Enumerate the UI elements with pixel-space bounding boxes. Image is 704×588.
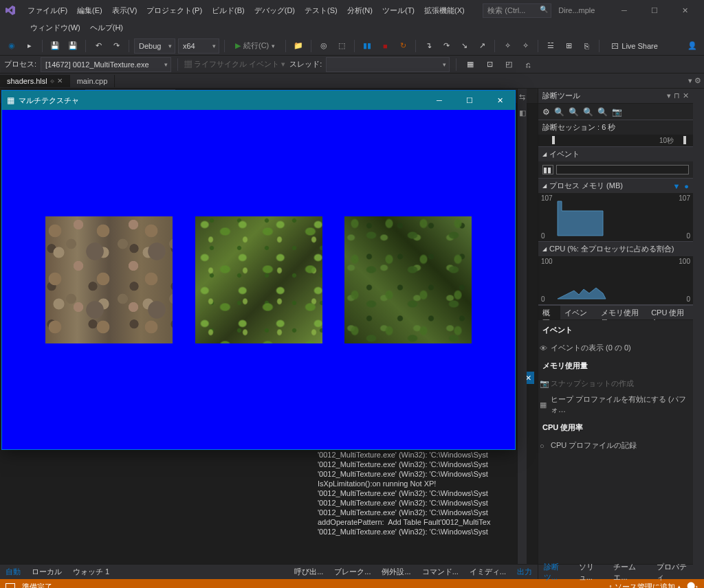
search-input[interactable]: 検索 (Ctrl... xyxy=(483,3,551,18)
pause-icon[interactable]: ▮▮ xyxy=(360,38,375,54)
diag-zoom-in-icon[interactable]: 🔍 xyxy=(554,107,564,117)
dbg-d-icon[interactable]: ⎌ xyxy=(520,57,536,72)
output-text[interactable]: '0012_MultiTexture.exe' (Win32): 'C:\Win… xyxy=(316,449,538,538)
dbg-c-icon[interactable]: ◰ xyxy=(501,57,516,72)
tool-b-icon[interactable]: ✧ xyxy=(518,38,533,54)
step-into-icon[interactable]: ↘ xyxy=(456,38,472,54)
tool-e-icon[interactable]: ⎘ xyxy=(579,38,594,54)
process-dropdown[interactable]: [14672] 0012_MultiTexture.exe xyxy=(41,57,171,72)
diag-tab-cpu[interactable]: CPU 使用率 xyxy=(647,306,693,319)
btab-callstack[interactable]: 呼び出... xyxy=(289,565,329,579)
diag-title[interactable]: 診断ツール ▾⊓✕ xyxy=(538,89,693,104)
maximize-button[interactable]: ☐ xyxy=(639,1,670,20)
btab-local[interactable]: ローカル xyxy=(26,565,67,579)
diag-zoom-out-icon[interactable]: 🔍 xyxy=(569,107,579,117)
config-dropdown[interactable]: Debug xyxy=(134,38,175,54)
diag-gear-icon[interactable]: ⚙ xyxy=(542,107,550,117)
btab-exc[interactable]: 例外設... xyxy=(376,565,416,579)
btab-cmd[interactable]: コマンド... xyxy=(417,565,464,579)
bdtab-diag[interactable]: 診断ツ... xyxy=(538,560,573,585)
diag-item-snapshot[interactable]: 📷スナップショットの作成 xyxy=(538,376,693,392)
continue-button[interactable]: ▶続行(C)▾ xyxy=(230,39,280,52)
dbg-a-icon[interactable]: ▦ xyxy=(463,57,478,72)
bdtab-sln[interactable]: ソリュ... xyxy=(573,560,608,585)
rw-close-button[interactable]: ✕ xyxy=(485,91,515,110)
nav-fwd-icon[interactable]: ▸ xyxy=(22,38,37,54)
diag-tab-summary[interactable]: 概要 xyxy=(538,306,560,319)
render-window-titlebar[interactable]: ▦ マルチテクスチャ ─ ☐ ✕ xyxy=(2,91,515,110)
close-button[interactable]: ✕ xyxy=(670,1,700,20)
tool-a-icon[interactable]: ✧ xyxy=(500,38,515,54)
platform-dropdown[interactable]: x64 xyxy=(178,38,219,54)
menu-extensions[interactable]: 拡張機能(X) xyxy=(420,3,469,18)
thread-dropdown[interactable] xyxy=(326,57,450,72)
tab-main[interactable]: main.cpp xyxy=(70,75,116,87)
pin-icon[interactable]: ⟐ xyxy=(50,77,54,84)
step-out-icon[interactable]: ↗ xyxy=(474,38,490,54)
diag-tab-mem[interactable]: メモリ使用量 xyxy=(597,306,647,319)
diag-close-icon[interactable]: ✕ xyxy=(683,91,689,100)
redo-icon[interactable]: ↷ xyxy=(109,38,124,54)
menu-edit[interactable]: 編集(E) xyxy=(73,3,107,18)
minimize-button[interactable]: ─ xyxy=(609,1,639,20)
event-track[interactable] xyxy=(556,165,689,174)
rw-minimize-button[interactable]: ─ xyxy=(424,91,454,110)
diag-cam-icon[interactable]: 📷 xyxy=(612,107,622,117)
diag-pin-icon[interactable]: ⊓ xyxy=(674,91,680,100)
stop-icon[interactable]: ■ xyxy=(377,38,393,54)
target-icon[interactable]: ◎ xyxy=(316,38,331,54)
diag-mem-chart[interactable]: 107 0 107 0 xyxy=(538,193,693,241)
tab-shaders[interactable]: shaders.hlsl⟐✕ xyxy=(0,75,70,87)
menu-analyze[interactable]: 分析(N) xyxy=(343,3,377,18)
diag-item-cpu-rec[interactable]: ○CPU プロファイルの記録 xyxy=(538,438,693,453)
menu-window[interactable]: ウィンドウ(W) xyxy=(26,21,85,35)
diag-tab-events[interactable]: イベント xyxy=(560,306,597,319)
tool-d-icon[interactable]: ⊞ xyxy=(561,38,576,54)
btab-imm[interactable]: イミディ... xyxy=(464,565,512,579)
diag-item-heap[interactable]: ▦ヒープ プロファイルを有効にする (パフォ… xyxy=(538,392,693,418)
bdtab-team[interactable]: チーム エ... xyxy=(608,560,650,585)
rw-maximize-button[interactable]: ☐ xyxy=(454,91,485,110)
user-icon[interactable]: 👤 xyxy=(685,38,700,54)
diag-drop-icon[interactable]: ▾ xyxy=(667,91,671,100)
diag-zoom1-icon[interactable]: 🔍 xyxy=(583,107,593,117)
opt-icon[interactable]: ⬚ xyxy=(334,38,349,54)
menu-help[interactable]: ヘルプ(H) xyxy=(86,21,127,35)
menu-debug[interactable]: デバッグ(D) xyxy=(250,3,299,18)
diag-cpu-chart[interactable]: 100 0 100 0 xyxy=(538,256,693,304)
menu-file[interactable]: ファイル(F) xyxy=(23,3,72,18)
diag-cpu-header[interactable]: ◢CPU (%: 全プロセッサに占める割合) xyxy=(538,242,693,256)
tool-c-icon[interactable]: ☱ xyxy=(543,38,558,54)
menu-test[interactable]: テスト(S) xyxy=(300,3,342,18)
menu-view[interactable]: 表示(V) xyxy=(108,3,142,18)
diag-zoom2-icon[interactable]: 🔍 xyxy=(597,107,608,117)
btab-output[interactable]: 出力 xyxy=(512,565,538,579)
undo-icon[interactable]: ↶ xyxy=(91,38,106,54)
tab-more-icon[interactable]: ▾ ⚙ xyxy=(685,76,704,85)
bdtab-prop[interactable]: プロパティ xyxy=(651,560,693,585)
btab-watch[interactable]: ウォッチ 1 xyxy=(67,565,115,579)
diag-timeline[interactable]: 10秒 xyxy=(538,135,693,147)
live-share-button[interactable]: ⮹Live Share xyxy=(607,41,662,52)
folder-icon[interactable]: 📁 xyxy=(291,38,306,54)
diag-item-show-events[interactable]: 👁イベントの表示 (0 の 0) xyxy=(538,340,693,356)
step-over-icon[interactable]: ↷ xyxy=(439,38,454,54)
strip-a-icon[interactable]: ◧ xyxy=(519,109,526,117)
save-all-icon[interactable]: 💾 xyxy=(65,38,80,54)
mem-v-icon[interactable]: ▼ xyxy=(672,182,680,190)
restart-icon[interactable]: ↻ xyxy=(395,38,410,54)
save-icon[interactable]: 💾 xyxy=(47,38,63,54)
nav-back-icon[interactable]: ◉ xyxy=(4,38,19,54)
mem-dot-icon[interactable]: ● xyxy=(684,182,689,190)
menu-build[interactable]: ビルド(B) xyxy=(208,3,249,18)
menu-project[interactable]: プロジェクト(P) xyxy=(142,3,206,18)
diag-mem-header[interactable]: ◢プロセス メモリ (MB)▼● xyxy=(538,179,693,193)
btab-break[interactable]: ブレーク... xyxy=(329,565,376,579)
dbg-b-icon[interactable]: ⊡ xyxy=(482,57,497,72)
diag-events-header[interactable]: ◢イベント xyxy=(538,147,693,161)
close-icon[interactable]: ✕ xyxy=(57,77,63,84)
menu-tool[interactable]: ツール(T) xyxy=(378,3,419,18)
collapse-icon[interactable]: ⇆ xyxy=(519,93,525,102)
step-icon[interactable]: ↴ xyxy=(421,38,436,54)
btab-auto[interactable]: 自動 xyxy=(0,565,26,579)
